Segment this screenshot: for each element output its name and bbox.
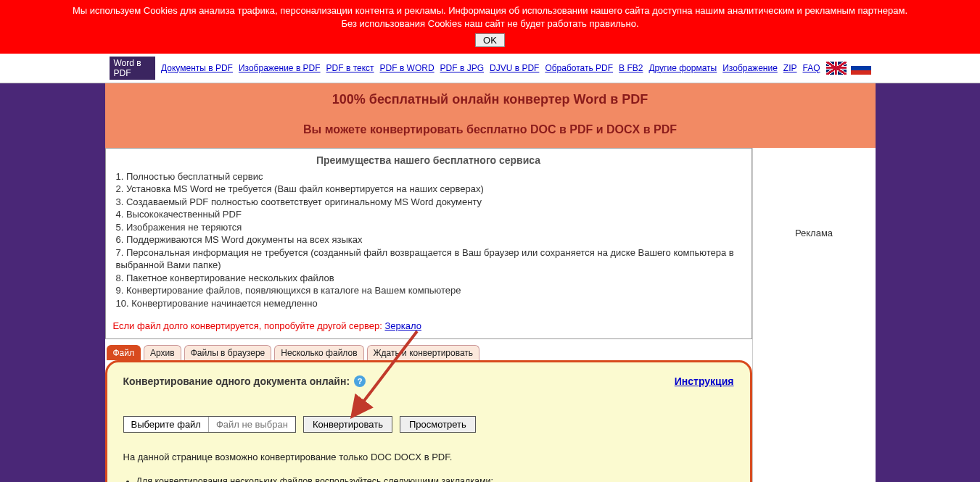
instruction-link[interactable]: Инструкция [675, 375, 734, 387]
flag-uk-icon[interactable] [826, 62, 847, 75]
cookie-banner: Мы используем Cookies для анализа трафик… [0, 0, 980, 54]
note-line: На данной странице возможно конвертирова… [123, 452, 734, 462]
panel-title: Конвертирование одного документа онлайн: [123, 375, 350, 387]
hero-title: 100% бесплатный онлайн конвертер Word в … [112, 92, 868, 107]
nav-link[interactable]: Другие форматы [648, 63, 717, 73]
ad-label: Реклама [760, 228, 868, 238]
ad-column: Реклама [752, 148, 876, 482]
nav-link[interactable]: В FB2 [619, 63, 643, 73]
cookie-text-1: Мы используем Cookies для анализа трафик… [7, 4, 973, 17]
benefit-item: 8. Пакетное конвертирование нескольких ф… [116, 272, 744, 285]
mirror-link[interactable]: Зеркало [384, 320, 421, 331]
benefit-item: 3. Создаваемый PDF полностью соответству… [116, 196, 744, 209]
tab-browser-files[interactable]: Файлы в браузере [184, 345, 272, 360]
benefit-item: 2. Установка MS Word не требуется (Ваш ф… [116, 183, 744, 196]
benefits-title: Преимущества нашего бесплатного сервиса [113, 154, 744, 166]
tab-archive[interactable]: Архив [144, 345, 181, 360]
tab-file[interactable]: Файл [107, 345, 141, 360]
nav-link[interactable]: Изображение в PDF [239, 63, 321, 73]
help-icon[interactable]: ? [354, 375, 366, 387]
hero-banner: 100% бесплатный онлайн конвертер Word в … [105, 83, 876, 148]
choose-file-button[interactable]: Выберите файл [124, 417, 209, 432]
nav-link[interactable]: ZIP [783, 63, 797, 73]
benefit-item: 5. Изображения не теряются [116, 221, 744, 234]
tabs-row: Файл Архив Файлы в браузере Несколько фа… [107, 345, 752, 360]
nav-link[interactable]: Обработать PDF [545, 63, 613, 73]
top-nav-bar: Word в PDF Документы в PDF Изображение в… [0, 54, 980, 83]
benefit-item: 9. Конвертирование файлов, появляющихся … [116, 284, 744, 297]
nav-link[interactable]: Документы в PDF [161, 63, 233, 73]
bullet-item: Для конвертирования нескольких файлов во… [136, 475, 734, 482]
benefit-item: 6. Поддерживаются MS Word документы на в… [116, 233, 744, 246]
nav-link[interactable]: PDF в WORD [380, 63, 435, 73]
cookie-text-2: Без использования Cookies наш сайт не бу… [7, 17, 973, 30]
tab-wait-convert[interactable]: Ждать и конвертировать [367, 345, 480, 360]
mirror-text: Если файл долго конвертируется, попробуй… [113, 320, 385, 331]
nav-link[interactable]: PDF в текст [326, 63, 374, 73]
benefit-item: 10. Конвертирование начинается немедленн… [116, 297, 744, 310]
convert-panel: Конвертирование одного документа онлайн:… [105, 360, 752, 482]
nav-link[interactable]: DJVU в PDF [490, 63, 539, 73]
file-placeholder: Файл не выбран [209, 417, 295, 432]
nav-link[interactable]: Изображение [722, 63, 778, 73]
nav-link[interactable]: PDF в JPG [440, 63, 484, 73]
nav-link[interactable]: FAQ [802, 63, 820, 73]
benefit-item: 7. Персональная информация не требуется … [116, 246, 744, 272]
nav-active[interactable]: Word в PDF [110, 57, 156, 80]
hero-subtitle: Вы можете конвертировать бесплатно DOC в… [112, 123, 868, 136]
file-picker[interactable]: Выберите файл Файл не выбран [123, 416, 296, 433]
view-button[interactable]: Просмотреть [400, 416, 476, 433]
flag-ru-icon[interactable] [851, 62, 871, 75]
benefits-box: Преимущества нашего бесплатного сервиса … [105, 148, 752, 339]
cookie-ok-button[interactable]: OK [475, 33, 505, 47]
convert-button[interactable]: Конвертировать [303, 416, 392, 433]
tab-multi-files[interactable]: Несколько файлов [274, 345, 363, 360]
benefit-item: 1. Полностью бесплатный сервис [116, 170, 744, 183]
benefit-item: 4. Высококачественный PDF [116, 208, 744, 221]
